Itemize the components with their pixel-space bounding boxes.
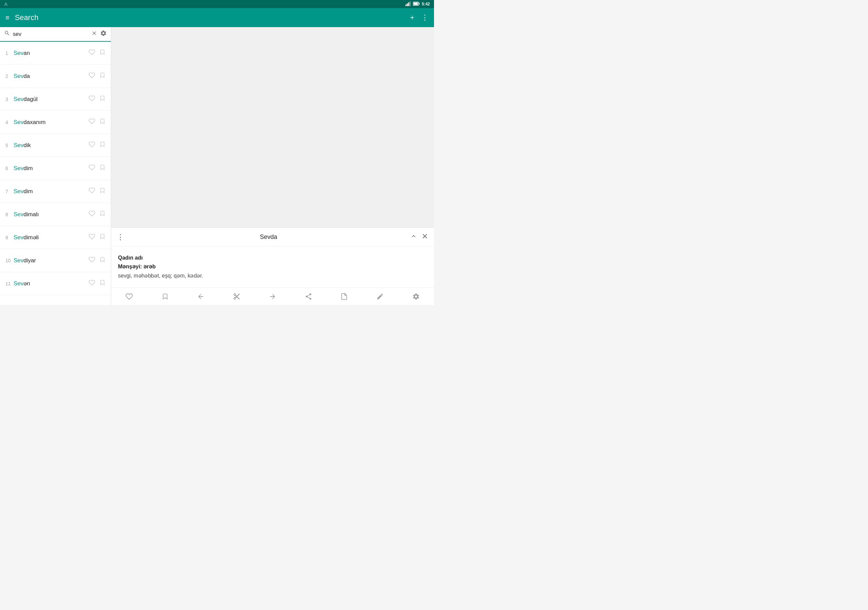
signal-icon <box>406 2 411 7</box>
alert-icon: ⚠ <box>4 2 8 6</box>
word-prefix: Sev <box>14 96 23 102</box>
word-bookmark-icon[interactable] <box>99 187 105 195</box>
word-suffix: da <box>23 73 30 79</box>
svg-rect-2 <box>408 2 409 6</box>
list-item[interactable]: 2 Sevda <box>0 65 111 88</box>
word-actions <box>88 72 105 81</box>
search-clear-button[interactable] <box>91 30 97 38</box>
word-actions <box>88 187 105 195</box>
word-prefix: Sev <box>14 257 23 264</box>
detail-more-button[interactable]: ⋮ <box>117 233 124 242</box>
list-item[interactable]: 3 Sevdagül <box>0 88 111 111</box>
word-bookmark-icon[interactable] <box>99 210 105 218</box>
word-number: 3 <box>5 97 14 102</box>
word-text: Sevdagül <box>14 96 88 103</box>
word-number: 6 <box>5 166 14 171</box>
detail-header: ⋮ Sevda <box>111 228 434 247</box>
detail-bookmark-button[interactable] <box>158 290 172 303</box>
word-heart-icon[interactable] <box>88 49 95 57</box>
word-number: 4 <box>5 120 14 125</box>
search-settings-button[interactable] <box>100 30 107 38</box>
word-suffix: dagül <box>23 96 38 102</box>
word-text: Sevdik <box>14 142 88 149</box>
word-heart-icon[interactable] <box>88 118 95 126</box>
word-heart-icon[interactable] <box>88 164 95 172</box>
word-number: 8 <box>5 212 14 217</box>
detail-body: sevgi, məhəbbət, eşq; qəm, kədər. <box>118 271 427 280</box>
svg-rect-3 <box>409 2 411 6</box>
list-item[interactable]: 7 Sevdim <box>0 180 111 203</box>
word-actions <box>88 118 105 126</box>
svg-rect-5 <box>419 3 419 5</box>
word-heart-icon[interactable] <box>88 256 95 265</box>
detail-settings-button[interactable] <box>409 290 423 303</box>
right-top-area <box>111 27 434 228</box>
word-heart-icon[interactable] <box>88 95 95 103</box>
word-heart-icon[interactable] <box>88 187 95 195</box>
detail-heading-line2: Mənşəyi: ərəb <box>118 262 427 271</box>
word-heart-icon[interactable] <box>88 210 95 218</box>
search-icon <box>4 30 10 38</box>
detail-bottom-bar <box>111 287 434 305</box>
detail-share-button[interactable] <box>302 290 315 303</box>
word-heart-icon[interactable] <box>88 72 95 81</box>
svg-rect-1 <box>407 3 408 6</box>
detail-title: Sevda <box>127 234 410 241</box>
main-layout: 1 Sevan 2 Sevda <box>0 27 434 305</box>
add-button[interactable]: + <box>410 13 414 22</box>
word-heart-icon[interactable] <box>88 279 95 288</box>
status-bar: ⚠ 5:42 <box>0 0 434 8</box>
list-item[interactable]: 10 Sevdiyar <box>0 249 111 272</box>
word-prefix: Sev <box>14 234 23 241</box>
list-item[interactable]: 6 Sevdim <box>0 157 111 180</box>
detail-expand-button[interactable] <box>410 233 417 241</box>
word-text: Sevdaxanım <box>14 119 88 126</box>
word-bookmark-icon[interactable] <box>99 118 105 126</box>
list-item[interactable]: 5 Sevdik <box>0 134 111 157</box>
detail-heading-line1: Qadın adı <box>118 254 427 262</box>
word-bookmark-icon[interactable] <box>99 279 105 288</box>
list-item[interactable]: 4 Sevdaxanım <box>0 111 111 134</box>
word-suffix: ən <box>23 280 30 287</box>
list-item[interactable]: 9 Sevdiməli <box>0 226 111 249</box>
word-actions <box>88 279 105 288</box>
menu-button[interactable]: ≡ <box>5 14 9 22</box>
word-bookmark-icon[interactable] <box>99 233 105 242</box>
detail-document-button[interactable] <box>337 290 351 303</box>
word-suffix: dimalı <box>23 211 39 218</box>
detail-forward-button[interactable] <box>266 290 279 303</box>
word-text: Sevda <box>14 73 88 80</box>
right-panel: ⋮ Sevda Qadın adı Mənşəyi: ərəb sevgi, m… <box>111 27 434 305</box>
word-bookmark-icon[interactable] <box>99 256 105 265</box>
word-actions <box>88 49 105 57</box>
detail-heart-button[interactable] <box>122 290 136 303</box>
word-number: 11 <box>5 281 14 286</box>
detail-cut-button[interactable] <box>230 290 243 303</box>
word-prefix: Sev <box>14 73 23 79</box>
word-number: 2 <box>5 74 14 79</box>
word-number: 10 <box>5 258 14 263</box>
word-heart-icon[interactable] <box>88 233 95 242</box>
list-item[interactable]: 1 Sevan <box>0 42 111 65</box>
search-input[interactable] <box>13 31 91 37</box>
more-options-button[interactable]: ⋮ <box>421 13 429 22</box>
list-item[interactable]: 8 Sevdimalı <box>0 203 111 226</box>
word-text: Sevdim <box>14 188 88 195</box>
detail-edit-button[interactable] <box>373 290 387 303</box>
word-prefix: Sev <box>14 119 23 125</box>
word-bookmark-icon[interactable] <box>99 49 105 57</box>
word-bookmark-icon[interactable] <box>99 95 105 103</box>
word-actions <box>88 210 105 218</box>
word-heart-icon[interactable] <box>88 141 95 149</box>
word-list: 1 Sevan 2 Sevda <box>0 42 111 305</box>
word-bookmark-icon[interactable] <box>99 72 105 81</box>
status-bar-right: 5:42 <box>406 2 430 7</box>
toolbar: ≡ Search + ⋮ <box>0 8 434 27</box>
word-bookmark-icon[interactable] <box>99 141 105 149</box>
word-suffix: dim <box>23 165 33 172</box>
word-number: 9 <box>5 235 14 240</box>
list-item[interactable]: 11 Sevən <box>0 272 111 295</box>
detail-close-button[interactable] <box>421 232 429 242</box>
detail-back-button[interactable] <box>194 290 208 303</box>
word-bookmark-icon[interactable] <box>99 164 105 172</box>
